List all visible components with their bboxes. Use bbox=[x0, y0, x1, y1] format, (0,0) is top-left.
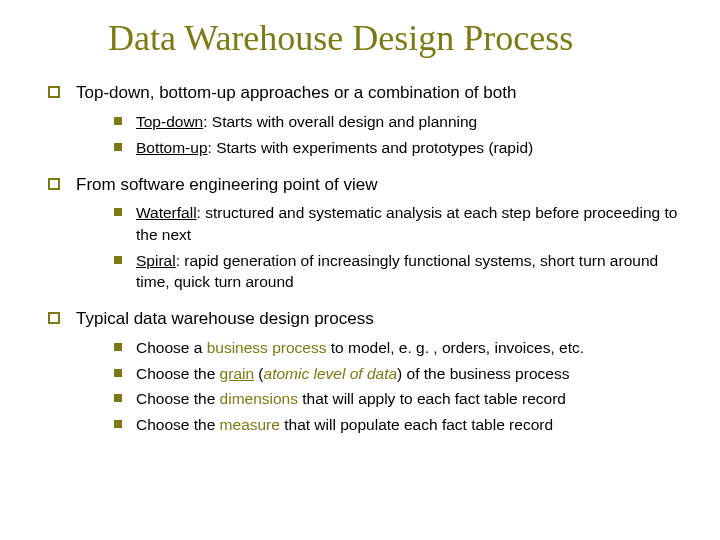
square-filled-icon bbox=[114, 420, 122, 428]
bullet-level2: Top-down: Starts with overall design and… bbox=[114, 111, 690, 133]
level2-text: Choose the grain (atomic level of data) … bbox=[136, 363, 690, 385]
square-filled-icon bbox=[114, 343, 122, 351]
keyword: measure bbox=[220, 416, 280, 433]
txt: Choose the bbox=[136, 416, 220, 433]
underlined-term: Bottom-up bbox=[136, 139, 208, 156]
sep: : bbox=[203, 113, 212, 130]
keyword: dimensions bbox=[220, 390, 298, 407]
square-filled-icon bbox=[114, 369, 122, 377]
level2-text: Spiral: rapid generation of increasingly… bbox=[136, 250, 690, 293]
slide-title: Data Warehouse Design Process bbox=[108, 18, 690, 59]
keyword-underlined: grain bbox=[220, 365, 254, 382]
square-outline-icon bbox=[48, 178, 60, 190]
slide-content: Top-down, bottom-up approaches or a comb… bbox=[48, 81, 690, 435]
slide: Data Warehouse Design Process Top-down, … bbox=[0, 0, 720, 540]
level2-text: Choose the measure that will populate ea… bbox=[136, 414, 690, 436]
bullet-level2: Choose the grain (atomic level of data) … bbox=[114, 363, 690, 385]
level2-text: Choose a business process to model, e. g… bbox=[136, 337, 690, 359]
square-outline-icon bbox=[48, 312, 60, 324]
desc: rapid generation of increasingly functio… bbox=[136, 252, 658, 291]
desc: Starts with overall design and planning bbox=[212, 113, 477, 130]
bullet-level2: Choose a business process to model, e. g… bbox=[114, 337, 690, 359]
txt: Choose a bbox=[136, 339, 207, 356]
bullet-level2: Bottom-up: Starts with experiments and p… bbox=[114, 137, 690, 159]
bullet-level2: Waterfall: structured and systematic ana… bbox=[114, 202, 690, 245]
level1-text: From software engineering point of view bbox=[76, 173, 690, 197]
square-filled-icon bbox=[114, 208, 122, 216]
txt: to model, e. g. , orders, invoices, etc. bbox=[326, 339, 584, 356]
sep: : bbox=[197, 204, 206, 221]
level2-list: Top-down: Starts with overall design and… bbox=[114, 111, 690, 158]
level2-text: Choose the dimensions that will apply to… bbox=[136, 388, 690, 410]
sep: : bbox=[208, 139, 217, 156]
desc: structured and systematic analysis at ea… bbox=[136, 204, 677, 243]
bullet-level2: Spiral: rapid generation of increasingly… bbox=[114, 250, 690, 293]
level2-text: Top-down: Starts with overall design and… bbox=[136, 111, 690, 133]
underlined-term: Spiral bbox=[136, 252, 176, 269]
bullet-level2: Choose the dimensions that will apply to… bbox=[114, 388, 690, 410]
bullet-level1: Top-down, bottom-up approaches or a comb… bbox=[48, 81, 690, 105]
square-filled-icon bbox=[114, 143, 122, 151]
level1-text: Top-down, bottom-up approaches or a comb… bbox=[76, 81, 690, 105]
txt: ) bbox=[397, 365, 406, 382]
underlined-term: Top-down bbox=[136, 113, 203, 130]
level2-text: Bottom-up: Starts with experiments and p… bbox=[136, 137, 690, 159]
square-filled-icon bbox=[114, 256, 122, 264]
level2-text: Waterfall: structured and systematic ana… bbox=[136, 202, 690, 245]
txt: that will populate each fact table recor… bbox=[280, 416, 553, 433]
square-filled-icon bbox=[114, 394, 122, 402]
bullet-level2: Choose the measure that will populate ea… bbox=[114, 414, 690, 436]
desc: Starts with experiments and prototypes (… bbox=[216, 139, 533, 156]
underlined-term: Waterfall bbox=[136, 204, 197, 221]
keyword: business process bbox=[207, 339, 327, 356]
square-filled-icon bbox=[114, 117, 122, 125]
level2-list: Waterfall: structured and systematic ana… bbox=[114, 202, 690, 293]
bullet-level1: Typical data warehouse design process bbox=[48, 307, 690, 331]
txt: that will apply to each fact table recor… bbox=[298, 390, 566, 407]
txt: Choose the bbox=[136, 390, 220, 407]
square-outline-icon bbox=[48, 86, 60, 98]
level2-list: Choose a business process to model, e. g… bbox=[114, 337, 690, 436]
level1-text: Typical data warehouse design process bbox=[76, 307, 690, 331]
txt: Choose the bbox=[136, 365, 220, 382]
keyword-italic: atomic level of data bbox=[264, 365, 398, 382]
sep: : bbox=[176, 252, 185, 269]
bullet-level1: From software engineering point of view bbox=[48, 173, 690, 197]
txt: of the business process bbox=[407, 365, 570, 382]
txt: ( bbox=[254, 365, 263, 382]
